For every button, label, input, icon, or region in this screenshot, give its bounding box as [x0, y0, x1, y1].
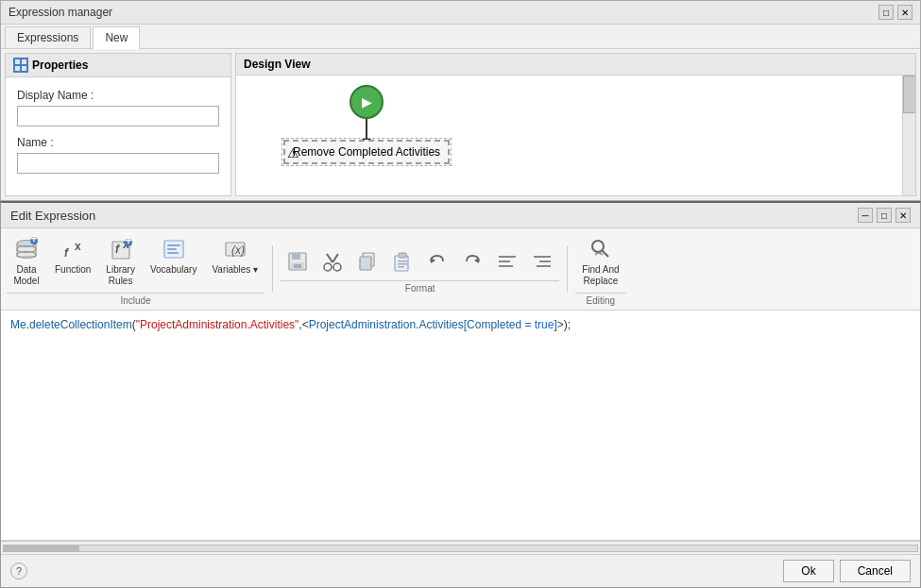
find-replace-button[interactable]: Find AndReplace	[575, 232, 625, 291]
ok-button[interactable]: Ok	[783, 560, 833, 582]
design-body: ▶ Remove Completed Activities ⚠	[236, 76, 915, 195]
properties-label: Properties	[32, 59, 88, 72]
display-name-input[interactable]	[17, 106, 219, 126]
tab-new[interactable]: New	[93, 26, 140, 49]
variables-button[interactable]: (x) Variables ▾	[205, 232, 264, 291]
svg-line-47	[602, 251, 608, 258]
library-rules-icon: f x +	[108, 236, 134, 262]
name-group: Name :	[17, 136, 219, 174]
minimize-button[interactable]: □	[878, 5, 894, 20]
design-scrollbar-thumb[interactable]	[903, 76, 915, 113]
edit-minimize-button[interactable]: ─	[858, 208, 873, 223]
align-left-icon	[494, 248, 520, 275]
svg-line-28	[333, 254, 338, 262]
find-replace-icon	[588, 236, 614, 262]
svg-rect-0	[15, 59, 20, 64]
cut-button[interactable]	[316, 244, 350, 278]
svg-text:+: +	[30, 236, 37, 245]
paste-icon	[389, 248, 416, 275]
function-button[interactable]: f x Function	[48, 232, 97, 291]
undo-icon	[424, 248, 451, 275]
editor-scrollbar-h[interactable]	[1, 541, 920, 554]
edit-maximize-button[interactable]: □	[877, 208, 892, 223]
svg-marker-38	[431, 258, 435, 263]
align-right-button[interactable]	[525, 244, 559, 278]
format-group: Format	[281, 244, 559, 294]
save-button[interactable]	[281, 244, 315, 278]
h-scroll-track[interactable]	[3, 545, 918, 552]
svg-rect-34	[399, 253, 406, 258]
svg-text:+: +	[125, 236, 131, 247]
svg-rect-45	[537, 265, 551, 267]
data-model-icon: +	[13, 236, 40, 262]
vocabulary-icon	[161, 236, 187, 262]
edit-expression-controls: ─ □ ✕	[858, 208, 911, 223]
dialog-buttons: Ok Cancel	[783, 560, 911, 582]
name-input[interactable]	[17, 153, 219, 174]
svg-rect-20	[167, 252, 179, 254]
library-rules-button[interactable]: f x + LibraryRules	[99, 232, 142, 291]
include-buttons: + DataModel f x Function	[7, 232, 264, 291]
tab-expressions[interactable]: Expressions	[5, 26, 91, 48]
flow-activity-node[interactable]: Remove Completed Activities ⚠	[283, 140, 450, 164]
svg-rect-2	[15, 66, 20, 71]
cancel-button[interactable]: Cancel	[840, 560, 911, 582]
name-label: Name :	[17, 136, 219, 149]
svg-rect-44	[539, 260, 551, 262]
code-editor[interactable]: Me.deleteCollectionItem("ProjectAdminist…	[1, 311, 920, 541]
edit-expression-titlebar: Edit Expression ─ □ ✕	[1, 203, 920, 228]
data-model-button[interactable]: + DataModel	[7, 232, 46, 291]
expression-manager-content: Properties Display Name : Name : Design …	[1, 49, 920, 200]
data-model-label: DataModel	[13, 264, 39, 287]
svg-rect-26	[294, 264, 301, 268]
expression-manager-title: Expression manager	[9, 6, 112, 19]
design-scrollbar[interactable]	[902, 76, 915, 195]
vocabulary-label: Vocabulary	[150, 264, 196, 276]
svg-line-27	[327, 254, 333, 262]
svg-point-29	[324, 263, 332, 271]
svg-rect-1	[22, 59, 26, 64]
svg-point-30	[333, 263, 341, 271]
svg-point-46	[592, 241, 604, 252]
align-left-button[interactable]	[490, 244, 524, 278]
svg-rect-18	[167, 244, 180, 246]
cut-icon	[319, 248, 346, 275]
edit-expression-title: Edit Expression	[10, 209, 95, 223]
paste-button[interactable]	[385, 244, 419, 278]
svg-rect-24	[292, 253, 300, 260]
svg-rect-19	[167, 248, 177, 250]
design-panel: Design View ▶ Remove Completed Activitie…	[235, 53, 916, 196]
undo-button[interactable]	[420, 244, 454, 278]
window-controls: □ ✕	[878, 5, 912, 20]
include-label: Include	[7, 293, 264, 306]
help-button[interactable]: ?	[10, 563, 27, 580]
edit-expression-toolbar: + DataModel f x Function	[1, 228, 920, 311]
variables-label: Variables ▾	[212, 264, 258, 276]
svg-text:f: f	[64, 246, 69, 260]
edit-close-button[interactable]: ✕	[895, 208, 911, 223]
editing-buttons: Find AndReplace	[575, 232, 625, 291]
svg-text:x: x	[75, 240, 81, 253]
h-scroll-thumb[interactable]	[4, 546, 79, 551]
expression-manager-window: Expression manager □ ✕ Expressions New	[0, 0, 921, 201]
display-name-label: Display Name :	[17, 89, 219, 102]
include-group: + DataModel f x Function	[7, 232, 264, 306]
copy-button[interactable]	[350, 244, 384, 278]
design-header: Design View	[236, 54, 915, 76]
maximize-button[interactable]: ✕	[897, 5, 912, 20]
vocabulary-button[interactable]: Vocabulary	[144, 232, 203, 291]
format-label: Format	[281, 280, 559, 294]
svg-rect-41	[499, 260, 510, 262]
play-icon: ▶	[362, 94, 372, 109]
flow-diagram: ▶ Remove Completed Activities ⚠	[283, 85, 450, 164]
divider-2	[567, 245, 568, 293]
display-name-group: Display Name :	[17, 89, 219, 126]
divider-1	[272, 245, 273, 293]
svg-marker-39	[474, 258, 479, 263]
properties-panel: Properties Display Name : Name :	[5, 53, 231, 196]
edit-expression-window: Edit Expression ─ □ ✕	[0, 201, 921, 588]
redo-button[interactable]	[455, 244, 489, 278]
function-label: Function	[55, 264, 91, 276]
svg-text:(x): (x)	[231, 244, 245, 257]
bottom-bar: ? Ok Cancel	[1, 554, 920, 587]
